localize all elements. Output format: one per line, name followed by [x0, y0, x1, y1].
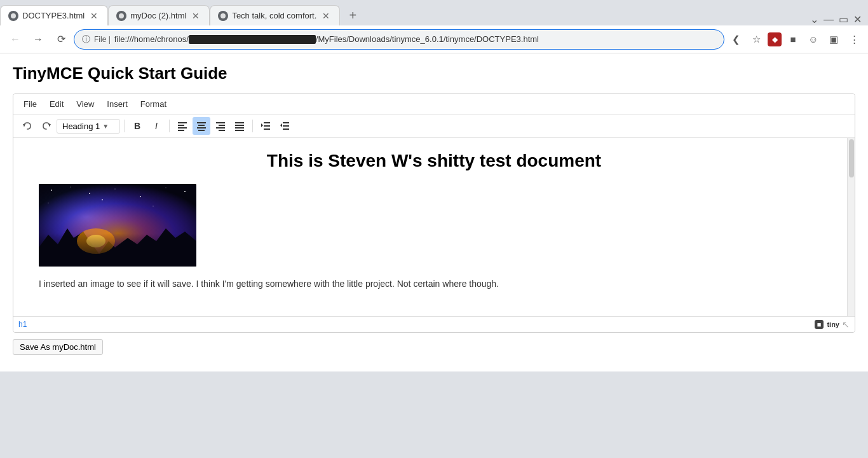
- svg-rect-19: [235, 127, 244, 128]
- editor-body[interactable]: This is Steven W's shitty test document: [13, 138, 855, 316]
- minimize-button[interactable]: —: [824, 14, 834, 25]
- editor-heading: This is Steven W's shitty test document: [39, 151, 829, 171]
- menu-edit[interactable]: Edit: [44, 97, 69, 111]
- page-title: TinyMCE Quick Start Guide: [13, 64, 855, 83]
- display-button[interactable]: ▣: [825, 31, 843, 48]
- align-center-button[interactable]: [193, 117, 210, 135]
- close-window-button[interactable]: ✕: [853, 13, 862, 25]
- svg-point-44: [86, 235, 105, 247]
- svg-point-39: [48, 203, 49, 204]
- svg-rect-22: [264, 125, 270, 127]
- browser-window: DOCTYPE3.html ✕ myDoc (2).html ✕ Tech ta…: [0, 0, 868, 458]
- heading-select-chevron: ▼: [102, 123, 109, 130]
- tab-title-1: DOCTYPE3.html: [22, 11, 85, 20]
- align-left-button[interactable]: [173, 117, 191, 135]
- toolbar-separator-1: [124, 120, 125, 132]
- undo-button[interactable]: [18, 117, 36, 135]
- address-bar[interactable]: ⓘ File | file:///home/chronos//MyFiles/D…: [74, 29, 724, 50]
- svg-point-0: [11, 13, 16, 18]
- new-tab-button[interactable]: +: [342, 5, 363, 25]
- tab-techtalk[interactable]: Tech talk, cold comfort. ✕: [210, 5, 340, 25]
- svg-point-1: [119, 13, 124, 18]
- svg-rect-10: [198, 125, 205, 126]
- editor-menubar: File Edit View Insert Format: [13, 94, 855, 114]
- profile-button[interactable]: ☺: [804, 31, 822, 48]
- heading-select-label: Heading 1: [62, 121, 100, 131]
- tab-close-2[interactable]: ✕: [190, 10, 201, 22]
- svg-rect-7: [178, 127, 187, 128]
- menu-button[interactable]: ⋮: [845, 31, 863, 48]
- forward-button[interactable]: →: [28, 29, 48, 50]
- svg-marker-4: [48, 124, 51, 127]
- indent-button[interactable]: [257, 117, 275, 135]
- svg-marker-42: [39, 228, 196, 267]
- svg-marker-24: [261, 123, 263, 127]
- italic-button[interactable]: I: [147, 117, 165, 135]
- svg-rect-11: [197, 127, 206, 128]
- menu-format[interactable]: Format: [135, 97, 172, 111]
- svg-point-41: [153, 206, 154, 207]
- redo-button[interactable]: [37, 117, 55, 135]
- svg-rect-17: [235, 122, 244, 123]
- reload-button[interactable]: ⟳: [51, 29, 71, 50]
- navigation-bar: ← → ⟳ ⓘ File | file:///home/chronos//MyF…: [0, 25, 868, 53]
- back-button[interactable]: ←: [5, 29, 25, 50]
- menu-insert[interactable]: Insert: [102, 97, 133, 111]
- outdent-button[interactable]: [276, 117, 294, 135]
- tab-bar: DOCTYPE3.html ✕ myDoc (2).html ✕ Tech ta…: [0, 0, 868, 25]
- svg-point-43: [77, 228, 115, 254]
- svg-point-36: [140, 196, 141, 197]
- scrollbar-thumb: [849, 139, 854, 177]
- shield-button[interactable]: ◆: [768, 32, 782, 46]
- url-text: file:///home/chronos//MyFiles/Downloads/…: [114, 34, 716, 45]
- editor-body-text: I inserted an image to see if it will sa…: [39, 277, 829, 291]
- tab-close-3[interactable]: ✕: [320, 10, 332, 22]
- extensions-button[interactable]: ■: [784, 31, 802, 48]
- svg-marker-3: [23, 124, 25, 127]
- editor-statusbar: h1 ■ tiny ↖: [13, 316, 855, 332]
- svg-point-37: [166, 188, 166, 188]
- svg-rect-8: [178, 130, 184, 131]
- tab-close-1[interactable]: ✕: [88, 10, 100, 22]
- editor-image: [39, 184, 829, 267]
- tab-list-button[interactable]: ⌄: [810, 13, 818, 25]
- editor-wrapper: This is Steven W's shitty test document: [13, 138, 855, 316]
- tiny-logo: ■ tiny: [815, 321, 839, 328]
- tab-mydoc[interactable]: myDoc (2).html ✕: [108, 5, 210, 25]
- svg-rect-27: [283, 128, 289, 130]
- tab-bar-controls: ⌄ — ▭ ✕: [810, 13, 868, 25]
- tinymce-editor: File Edit View Insert Format Heading 1 ▼…: [13, 94, 855, 333]
- svg-rect-18: [235, 125, 244, 126]
- statusbar-right: ■ tiny ↖: [815, 319, 850, 330]
- svg-point-34: [89, 193, 90, 194]
- maximize-button[interactable]: ▭: [839, 13, 848, 25]
- page-content: TinyMCE Quick Start Guide File Edit View…: [0, 53, 868, 371]
- svg-rect-23: [264, 128, 270, 130]
- menu-file[interactable]: File: [18, 97, 42, 111]
- bookmark-bar-toggle[interactable]: ❮: [727, 31, 745, 48]
- svg-point-33: [71, 187, 71, 188]
- bookmark-button[interactable]: ☆: [747, 31, 765, 48]
- toolbar-separator-2: [169, 120, 170, 132]
- menu-view[interactable]: View: [71, 97, 99, 111]
- save-button[interactable]: Save As myDoc.html: [13, 339, 103, 355]
- protocol-label: File |: [94, 35, 111, 44]
- security-icon: ⓘ: [82, 34, 90, 45]
- heading-select[interactable]: Heading 1 ▼: [57, 119, 120, 134]
- svg-rect-6: [178, 125, 184, 126]
- svg-rect-16: [219, 130, 225, 131]
- svg-rect-9: [197, 122, 206, 123]
- svg-rect-15: [216, 127, 225, 128]
- align-justify-button[interactable]: [231, 117, 248, 135]
- tab-favicon-1: [8, 11, 18, 21]
- bold-button[interactable]: B: [128, 117, 146, 135]
- tab-doctype3[interactable]: DOCTYPE3.html ✕: [0, 5, 108, 25]
- svg-rect-25: [283, 122, 289, 123]
- svg-rect-20: [235, 130, 244, 131]
- align-right-button[interactable]: [212, 117, 229, 135]
- editor-scrollbar[interactable]: [847, 138, 855, 316]
- svg-point-35: [115, 189, 116, 190]
- svg-rect-14: [219, 125, 225, 126]
- nav-icons: ❮ ☆ ◆ ■ ☺ ▣ ⋮: [727, 31, 863, 48]
- resize-handle[interactable]: ↖: [842, 319, 850, 330]
